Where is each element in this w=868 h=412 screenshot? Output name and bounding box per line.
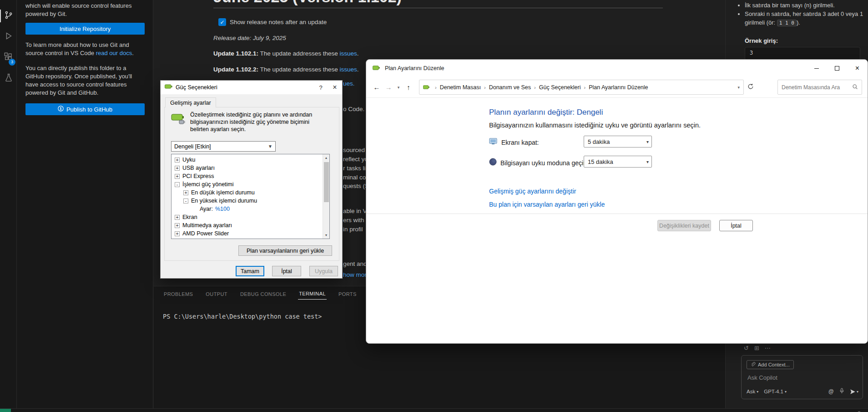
- send-button[interactable]: ▾: [850, 389, 858, 395]
- editor-text-fragment: ers with: [343, 217, 364, 224]
- history-icon[interactable]: ↺: [744, 345, 749, 351]
- breadcrumb-item-power-options[interactable]: Güç Seçenekleri: [539, 84, 581, 91]
- power-settings-tree[interactable]: +Uyku +USB ayarları +PCI Express -İşlemc…: [171, 154, 330, 239]
- power-plan-window-icon: [373, 64, 380, 72]
- run-debug-activity-button[interactable]: [0, 26, 17, 47]
- refresh-icon[interactable]: [747, 83, 754, 92]
- issues-link[interactable]: issues: [339, 50, 357, 57]
- turn-off-display-row: Ekranı kapat:: [489, 138, 539, 147]
- ok-button[interactable]: Tamam: [236, 266, 264, 276]
- chevron-down-icon: ▾: [757, 390, 758, 394]
- editor-text-fragment: sourced: [343, 147, 365, 153]
- editor-text-fragment: gent and: [343, 260, 367, 267]
- microphone-icon[interactable]: [839, 387, 844, 396]
- power-options-icon: [165, 83, 173, 92]
- checkbox-label: Show release notes after an update: [230, 19, 327, 25]
- editor-text-fragment: in profil: [343, 226, 363, 233]
- breadcrumb-chevron: ›: [531, 85, 539, 90]
- chat-input-placeholder[interactable]: Ask Copilot: [747, 374, 777, 381]
- window-title-bar[interactable]: Plan Ayarlarını Düzenle ×: [366, 60, 868, 77]
- apply-button[interactable]: Uygula: [309, 266, 338, 276]
- chevron-down-icon: ▾: [785, 390, 787, 394]
- scroll-down-icon[interactable]: ▼: [323, 232, 329, 239]
- tab-terminal[interactable]: TERMINAL: [298, 286, 327, 300]
- tree-item: -En yüksek işlemci durumu: [172, 197, 329, 205]
- save-changes-button[interactable]: Değişiklikleri kaydet: [657, 220, 711, 231]
- chevron-down-icon: ▼: [265, 144, 275, 149]
- plan-combobox[interactable]: Dengeli [Etkin] ▼: [171, 141, 276, 152]
- tree-item: +Multimedya ayarları: [172, 221, 329, 229]
- cancel-button[interactable]: İptal: [719, 220, 753, 231]
- git-intro-text: which will enable source control feature…: [25, 2, 145, 18]
- read-our-docs-link[interactable]: read our docs: [96, 50, 132, 56]
- up-icon[interactable]: ↑: [403, 83, 414, 91]
- recent-pages-chevron-icon[interactable]: ▾: [394, 85, 403, 90]
- mode-picker[interactable]: Ask▾: [747, 389, 758, 394]
- mention-icon[interactable]: @: [828, 388, 834, 395]
- beaker-icon: [4, 73, 14, 85]
- breadcrumb-chevron: ›: [432, 85, 440, 90]
- forward-icon[interactable]: →: [383, 83, 394, 91]
- turn-off-display-select[interactable]: 5 dakika ▾: [584, 136, 652, 148]
- breadcrumb-chevron: ›: [481, 85, 489, 90]
- chevron-down-icon: ▾: [644, 159, 651, 164]
- add-context-button[interactable]: Add Context...: [747, 360, 794, 369]
- extensions-activity-button[interactable]: 3: [0, 47, 17, 68]
- restore-plan-defaults-button[interactable]: Plan varsayılanlarını geri yükle: [238, 245, 332, 256]
- dialog-title: Güç Seçenekleri: [176, 84, 217, 91]
- close-icon[interactable]: ×: [328, 81, 342, 94]
- maximize-icon[interactable]: [827, 60, 847, 77]
- sleep-row-label: Bilgisayarı uyku moduna geçir:: [500, 159, 587, 167]
- search-input[interactable]: [782, 84, 852, 91]
- setting-value[interactable]: %100: [215, 206, 230, 212]
- breadcrumb-item-control-panel[interactable]: Denetim Masası: [440, 84, 481, 91]
- tab-ports[interactable]: PORTS: [338, 287, 358, 300]
- model-picker[interactable]: GPT-4.1▾: [764, 389, 787, 394]
- tree-scrollbar[interactable]: ▲ ▼: [323, 154, 329, 239]
- github-icon: [58, 106, 64, 113]
- dialog-title-bar[interactable]: Güç Seçenekleri ? ×: [161, 81, 342, 94]
- close-icon[interactable]: ×: [847, 60, 868, 77]
- tree-item: +Ekran: [172, 213, 329, 221]
- issues-link[interactable]: issues: [339, 66, 357, 73]
- scrollbar-thumb[interactable]: [324, 162, 329, 202]
- back-icon[interactable]: ←: [371, 83, 383, 91]
- dialog-tab-page: Özelleştirmek istediğiniz güç planını ve…: [164, 107, 339, 261]
- terminal-prompt[interactable]: PS C:\Users\harle\Desktop\python case te…: [163, 313, 322, 320]
- bell-icon[interactable]: [857, 410, 862, 412]
- navigation-toolbar: ← → ▾ ↑ › Denetim Masası › Donanım ve Se…: [366, 77, 868, 98]
- cancel-button[interactable]: İptal: [272, 266, 301, 276]
- breadcrumb-item-edit-plan-settings[interactable]: Plan Ayarlarını Düzenle: [589, 84, 648, 91]
- tab-debug-console[interactable]: DEBUG CONSOLE: [239, 287, 287, 300]
- more-actions-icon[interactable]: ⋯: [765, 345, 771, 351]
- breadcrumb-item-hardware-sound[interactable]: Donanım ve Ses: [489, 84, 531, 91]
- breadcrumb-dropdown-chevron-icon[interactable]: ▾: [737, 85, 740, 90]
- chevron-down-icon: ▾: [644, 139, 651, 144]
- minimize-icon[interactable]: [806, 60, 827, 77]
- plan-settings-subheading: Bilgisayarınızın kullanmasını istediğini…: [489, 122, 701, 129]
- plan-settings-heading: Planın ayarlarını değiştir: Dengeli: [489, 108, 603, 117]
- advanced-power-settings-link[interactable]: Gelişmiş güç ayarlarını değiştir: [489, 188, 576, 195]
- tree-item-setting: Ayar:%100: [172, 205, 329, 213]
- tab-problems[interactable]: PROBLEMS: [163, 287, 194, 300]
- release-notes-heading: June 2025 (Version 1.102): [213, 0, 402, 6]
- checkbox-checked[interactable]: ✓: [218, 18, 226, 26]
- vscode-status-bar: >< ⊘0 ⚠0: [0, 408, 868, 412]
- example-input-label: Örnek giriş:: [745, 37, 778, 44]
- search-box[interactable]: [777, 80, 862, 95]
- breadcrumb-bar[interactable]: › Denetim Masası › Donanım ve Ses › Güç …: [419, 80, 744, 95]
- tab-output[interactable]: OUTPUT: [205, 287, 228, 300]
- restore-defaults-link[interactable]: Bu plan için varsayılan ayarları geri yü…: [489, 201, 605, 208]
- help-button[interactable]: ?: [314, 81, 328, 94]
- remote-indicator[interactable]: ><: [0, 409, 11, 412]
- sleep-select[interactable]: 15 dakika ▾: [584, 156, 652, 168]
- attach-icon: [751, 361, 756, 369]
- scroll-up-icon[interactable]: ▲: [323, 154, 329, 161]
- publish-to-github-button[interactable]: Publish to GitHub: [25, 103, 145, 115]
- chat-input-container[interactable]: Add Context... Ask Copilot Ask▾ GPT-4.1▾…: [741, 355, 863, 399]
- testing-activity-button[interactable]: [0, 68, 17, 89]
- open-editor-icon[interactable]: ⊞: [754, 345, 759, 351]
- initialize-repository-button[interactable]: Initialize Repository: [25, 23, 145, 35]
- source-control-activity-button[interactable]: [0, 5, 17, 26]
- tab-advanced-settings[interactable]: Gelişmiş ayarlar: [165, 97, 216, 107]
